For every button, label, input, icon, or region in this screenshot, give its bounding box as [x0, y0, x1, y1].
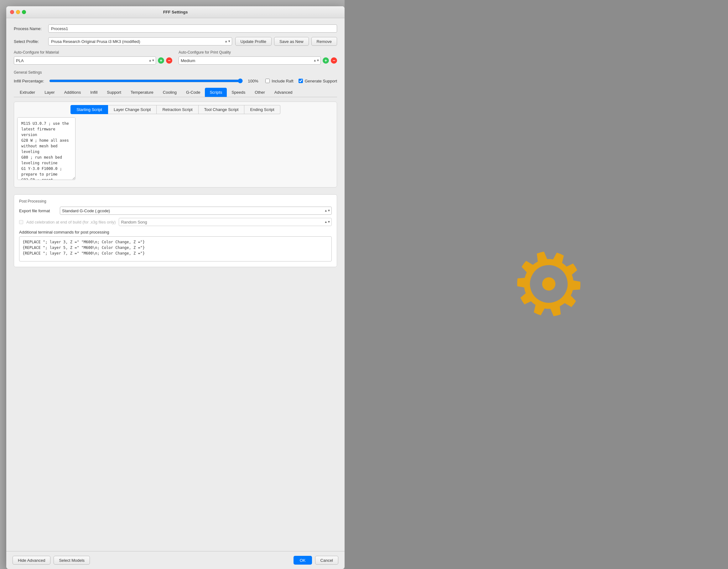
export-format-row: Export file format Standard G-Code (.gco…	[19, 206, 332, 215]
cancel-button[interactable]: Cancel	[315, 556, 338, 565]
material-remove-button[interactable]: −	[166, 57, 172, 64]
tab-cooling[interactable]: Cooling	[158, 88, 181, 97]
generate-support-group: Generate Support	[299, 79, 337, 83]
process-name-label: Process Name:	[14, 26, 45, 31]
script-editor[interactable]: M115 U3.0.7 ; use the latest firmware ve…	[17, 117, 75, 180]
quality-select-row: Low Medium High Ultra ▲▼ + −	[179, 56, 337, 65]
tab-other[interactable]: Other	[250, 88, 270, 97]
celebration-checkbox[interactable]	[19, 220, 23, 224]
bottom-left-buttons: Hide Advanced Select Models	[13, 556, 90, 565]
export-format-select-wrapper: Standard G-Code (.gcode) Makerbot (.x3g)…	[60, 206, 332, 215]
ok-button[interactable]: OK	[294, 556, 312, 565]
tab-additions[interactable]: Additions	[60, 88, 86, 97]
process-name-input[interactable]	[48, 24, 337, 33]
quality-remove-button[interactable]: −	[331, 57, 337, 64]
auto-config-material-group: Auto-Configure for Material PLA ABS PETG…	[14, 50, 172, 65]
celebration-row: Add celebration at end of build (for .x3…	[19, 218, 332, 226]
auto-config-quality-group: Auto-Configure for Print Quality Low Med…	[179, 50, 337, 65]
profile-select-wrapper: Prusa Research Original Prusa i3 MK3 (mo…	[48, 37, 232, 45]
include-raft-group: Include Raft	[265, 79, 293, 83]
subtab-tool-change-script[interactable]: Tool Change Script	[199, 105, 245, 114]
include-raft-label: Include Raft	[272, 79, 293, 83]
infill-label: Infill Percentage:	[14, 79, 44, 83]
right-panel: ⚙	[345, 0, 728, 569]
quality-add-button[interactable]: +	[323, 57, 329, 64]
save-as-new-button[interactable]: Save as New	[274, 37, 309, 46]
material-select[interactable]: PLA ABS PETG TPU	[14, 56, 156, 65]
auto-config-material-label: Auto-Configure for Material	[14, 50, 172, 55]
export-format-select[interactable]: Standard G-Code (.gcode) Makerbot (.x3g)…	[60, 206, 332, 215]
window-title: FFF Settings	[163, 10, 188, 14]
traffic-lights	[10, 10, 26, 14]
select-profile-row: Select Profile: Prusa Research Original …	[14, 37, 337, 46]
tab-layer[interactable]: Layer	[40, 88, 60, 97]
hide-advanced-button[interactable]: Hide Advanced	[13, 556, 50, 565]
tab-infill[interactable]: Infill	[86, 88, 102, 97]
bottom-bar: Hide Advanced Select Models OK Cancel	[6, 551, 345, 569]
infill-row: Infill Percentage: 100% Include Raft Gen…	[14, 78, 337, 83]
infill-slider[interactable]	[49, 78, 243, 83]
tab-temperature[interactable]: Temperature	[126, 88, 158, 97]
maximize-button[interactable]	[22, 10, 26, 14]
subtab-layer-change-script[interactable]: Layer Change Script	[108, 105, 157, 114]
profile-select[interactable]: Prusa Research Original Prusa i3 MK3 (mo…	[48, 37, 232, 45]
gear-icon: ⚙	[500, 232, 598, 337]
bottom-right-buttons: OK Cancel	[294, 556, 338, 565]
select-profile-label: Select Profile:	[14, 39, 45, 44]
main-tab-bar: Extruder Layer Additions Infill Support …	[14, 88, 337, 97]
material-select-wrapper: PLA ABS PETG TPU ▲▼	[14, 56, 156, 65]
scripts-subtab-bar: Starting Script Layer Change Script Retr…	[17, 102, 334, 114]
material-select-row: PLA ABS PETG TPU ▲▼ + −	[14, 56, 172, 65]
select-models-button[interactable]: Select Models	[54, 556, 90, 565]
material-add-button[interactable]: +	[158, 57, 164, 64]
titlebar: FFF Settings	[6, 6, 345, 18]
tab-gcode[interactable]: G-Code	[181, 88, 205, 97]
update-profile-button[interactable]: Update Profile	[235, 37, 272, 46]
quality-select-wrapper: Low Medium High Ultra ▲▼	[179, 56, 321, 65]
include-raft-checkbox[interactable]	[265, 79, 270, 83]
tab-support[interactable]: Support	[102, 88, 126, 97]
minimize-button[interactable]	[16, 10, 20, 14]
subtab-ending-script[interactable]: Ending Script	[244, 105, 280, 114]
generate-support-label: Generate Support	[305, 79, 337, 83]
subtab-starting-script[interactable]: Starting Script	[70, 105, 108, 114]
close-button[interactable]	[10, 10, 14, 14]
profile-actions: Update Profile Save as New Remove	[235, 37, 337, 46]
terminal-label: Additional terminal commands for post pr…	[19, 230, 332, 234]
export-format-label: Export file format	[19, 208, 57, 213]
scripts-panel: Starting Script Layer Change Script Retr…	[14, 102, 337, 187]
subtab-retraction-script[interactable]: Retraction Script	[157, 105, 198, 114]
generate-support-checkbox[interactable]	[299, 79, 303, 83]
auto-config-quality-label: Auto-Configure for Print Quality	[179, 50, 337, 55]
tab-scripts[interactable]: Scripts	[205, 88, 227, 97]
celebration-label: Add celebration at end of build (for .x3…	[26, 220, 116, 224]
tab-advanced[interactable]: Advanced	[270, 88, 297, 97]
tab-speeds[interactable]: Speeds	[227, 88, 250, 97]
post-processing-label: Post Processing	[19, 199, 332, 203]
post-processing-section: Post Processing Export file format Stand…	[14, 194, 337, 267]
process-name-row: Process Name:	[14, 24, 337, 33]
tab-extruder[interactable]: Extruder	[15, 88, 40, 97]
infill-value: 100%	[248, 79, 260, 83]
remove-button[interactable]: Remove	[311, 37, 337, 46]
random-song-select-wrapper: Random Song Song 1 Song 2 ▲▼	[119, 218, 332, 226]
auto-config-row: Auto-Configure for Material PLA ABS PETG…	[14, 50, 337, 65]
terminal-editor[interactable]: {REPLACE "; layer 3, Z =" "M600\n; Color…	[19, 236, 332, 261]
quality-select[interactable]: Low Medium High Ultra	[179, 56, 321, 65]
general-settings-section: General Settings Infill Percentage: 100%…	[14, 69, 337, 83]
random-song-select[interactable]: Random Song Song 1 Song 2	[119, 218, 332, 226]
general-settings-label: General Settings	[14, 70, 337, 75]
